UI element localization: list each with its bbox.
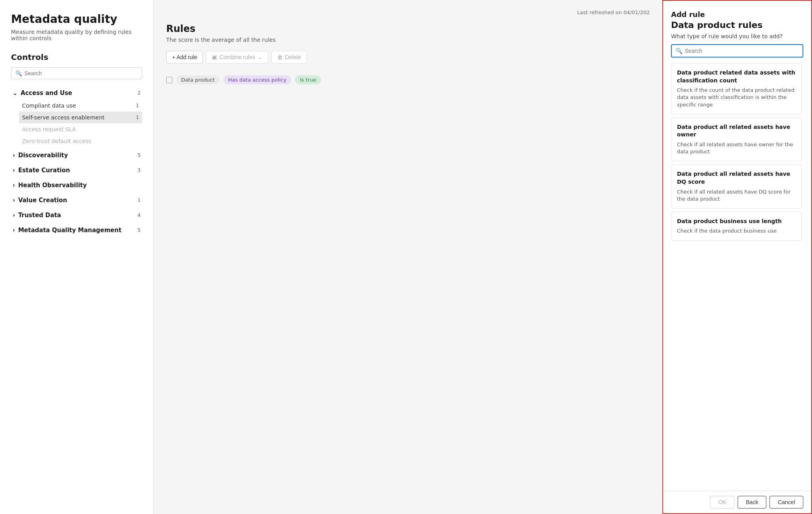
nav-section-label-discoverability: Discoverability xyxy=(18,152,68,159)
nav-badge-access-and-use: 2 xyxy=(137,90,141,96)
table-row: Data product Has data access policy Is t… xyxy=(166,71,650,88)
nav-section-label-health-observability: Health Observability xyxy=(18,182,87,189)
combine-icon: ▣ xyxy=(212,54,217,60)
rules-toolbar: + Add rule ▣ Combine rules ⌄ 🗑 Delete xyxy=(166,51,650,63)
rule-search-box[interactable]: 🔍 xyxy=(671,44,803,58)
rule-card-related-assets-classification[interactable]: Data product related data assets with cl… xyxy=(671,63,802,114)
chevron-down-icon: ⌄ xyxy=(13,89,18,97)
rule-card-desc-1: Check if the count of the data product r… xyxy=(677,87,796,108)
nav-section-estate-curation: › Estate Curation 3 xyxy=(11,164,142,177)
rule-card-desc-4: Check if the data product business use xyxy=(677,227,796,235)
nav-item-access-request-sla[interactable]: Access request SLA xyxy=(19,123,142,135)
tag-is-true: Is true xyxy=(295,75,321,84)
chevron-right-icon: › xyxy=(13,152,15,159)
page-title: Metadata quality xyxy=(11,13,142,26)
rule-card-business-use-length[interactable]: Data product business use length Check i… xyxy=(671,212,802,241)
add-rule-content: Add rule Data product rules What type of… xyxy=(663,1,811,491)
nav-item-self-serve-access[interactable]: Self-serve access enablement 1 xyxy=(19,112,142,123)
nav-badge-value-creation: 1 xyxy=(137,197,141,203)
combine-rules-button[interactable]: ▣ Combine rules ⌄ xyxy=(206,51,268,63)
nav-section-header-access-and-use[interactable]: ⌄ Access and Use 2 xyxy=(11,86,142,100)
chevron-right-icon-4: › xyxy=(13,197,15,204)
main-content: Last refreshed on 04/01/202 Rules The sc… xyxy=(154,0,662,514)
add-rule-title: Add rule xyxy=(671,10,803,19)
page-subtitle: Measure metadata quality by defining rul… xyxy=(11,29,142,41)
nav-children-access-and-use: Compliant data use 1 Self-serve access e… xyxy=(19,100,142,147)
add-rule-button[interactable]: + Add rule xyxy=(166,51,203,63)
chevron-right-icon-2: › xyxy=(13,167,15,174)
nav-item-compliant-data-use[interactable]: Compliant data use 1 xyxy=(19,100,142,112)
nav-badge-discoverability: 5 xyxy=(137,153,141,158)
chevron-down-icon-combine: ⌄ xyxy=(258,54,262,60)
controls-search-box[interactable]: 🔍 xyxy=(11,67,142,79)
add-rule-question: What type of rule would you like to add? xyxy=(671,33,803,39)
nav-section-label-estate-curation: Estate Curation xyxy=(18,167,70,174)
nav-section-header-estate-curation[interactable]: › Estate Curation 3 xyxy=(11,164,142,177)
nav-section-label-metadata-quality-mgmt: Metadata Quality Management xyxy=(18,227,121,234)
rule-card-title-2: Data product all related assets have own… xyxy=(677,123,796,139)
nav-section-discoverability: › Discoverability 5 xyxy=(11,149,142,162)
nav-section-access-and-use: ⌄ Access and Use 2 Compliant data use 1 … xyxy=(11,86,142,147)
delete-button[interactable]: 🗑 Delete xyxy=(271,51,307,63)
trash-icon: 🗑 xyxy=(277,54,283,60)
search-icon: 🔍 xyxy=(15,70,22,76)
add-rule-footer: OK Back Cancel xyxy=(663,491,811,513)
controls-search-input[interactable] xyxy=(24,70,138,76)
rule-card-all-related-assets-dq[interactable]: Data product all related assets have DQ … xyxy=(671,164,802,209)
nav-section-header-value-creation[interactable]: › Value Creation 1 xyxy=(11,194,142,207)
nav-section-metadata-quality-mgmt: › Metadata Quality Management 5 xyxy=(11,223,142,237)
nav-badge-trusted-data: 4 xyxy=(137,212,141,218)
data-product-rules-title: Data product rules xyxy=(671,20,803,30)
nav-section-header-metadata-quality-mgmt[interactable]: › Metadata Quality Management 5 xyxy=(11,223,142,237)
rule-card-title-4: Data product business use length xyxy=(677,218,796,225)
nav-section-label-value-creation: Value Creation xyxy=(18,197,67,204)
nav-badge-metadata-quality-mgmt: 5 xyxy=(137,227,141,233)
rule-checkbox[interactable] xyxy=(166,77,172,83)
nav-section-trusted-data: › Trusted Data 4 xyxy=(11,209,142,222)
rule-card-desc-3: Check if all related assets have DQ scor… xyxy=(677,188,796,203)
rule-card-all-related-assets-owner[interactable]: Data product all related assets have own… xyxy=(671,117,802,162)
nav-badge-estate-curation: 3 xyxy=(137,168,141,173)
cancel-button[interactable]: Cancel xyxy=(769,496,803,508)
rule-card-desc-2: Check if all related assets have owner f… xyxy=(677,141,796,155)
back-button[interactable]: Back xyxy=(738,496,766,508)
nav-section-label-trusted-data: Trusted Data xyxy=(18,212,61,219)
tag-data-product: Data product xyxy=(176,75,219,84)
rules-list: Data product related data assets with cl… xyxy=(671,63,803,484)
rules-subtitle: The score is the average of all the rule… xyxy=(166,37,650,43)
add-rule-panel: Add rule Data product rules What type of… xyxy=(662,0,812,514)
rule-card-title-1: Data product related data assets with cl… xyxy=(677,69,796,84)
rule-search-icon: 🔍 xyxy=(676,48,682,54)
nav-section-health-observability: › Health Observability xyxy=(11,179,142,192)
nav-item-zero-trust[interactable]: Zero-trust default access xyxy=(19,135,142,147)
ok-button[interactable]: OK xyxy=(710,496,734,508)
nav-section-header-trusted-data[interactable]: › Trusted Data 4 xyxy=(11,209,142,222)
chevron-right-icon-6: › xyxy=(13,227,15,234)
controls-header: Controls xyxy=(11,52,142,62)
rules-header: Rules xyxy=(166,23,650,34)
rule-search-input[interactable] xyxy=(685,48,799,54)
nav-section-value-creation: › Value Creation 1 xyxy=(11,194,142,207)
last-refreshed: Last refreshed on 04/01/202 xyxy=(166,9,650,15)
rule-card-title-3: Data product all related assets have DQ … xyxy=(677,170,796,186)
controls-panel: Metadata quality Measure metadata qualit… xyxy=(0,0,154,514)
nav-section-label-access-and-use: Access and Use xyxy=(21,89,72,97)
chevron-right-icon-5: › xyxy=(13,212,15,219)
nav-section-header-health-observability[interactable]: › Health Observability xyxy=(11,179,142,192)
nav-section-header-discoverability[interactable]: › Discoverability 5 xyxy=(11,149,142,162)
chevron-right-icon-3: › xyxy=(13,182,15,189)
tag-has-data-access-policy: Has data access policy xyxy=(223,75,291,84)
